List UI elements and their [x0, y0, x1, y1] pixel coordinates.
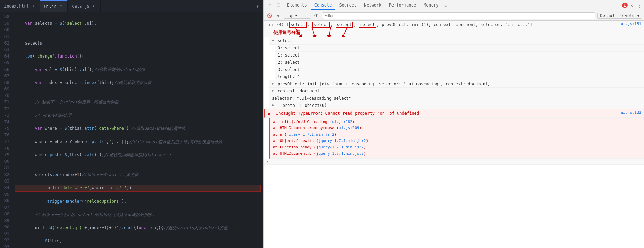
- error-stack: at init.$.fn.UiCascading (ui.js:182) at …: [269, 118, 644, 159]
- item-label-3: 3: select: [278, 67, 300, 72]
- tab-label-index: index.html: [4, 4, 29, 9]
- console-expand-bottom[interactable]: ▶: [264, 159, 644, 165]
- annotation-text: 使用逗号分隔: [273, 30, 300, 35]
- error-icon: ✕: [268, 111, 273, 116]
- clear-console-btn[interactable]: 🚫: [266, 12, 273, 19]
- mobile-icon[interactable]: ☰: [275, 2, 282, 9]
- stack-line-5: at Function.ready (jquery-1.7.1.min.js:2…: [273, 144, 368, 151]
- console-prev-object[interactable]: ▶ prevObject: init [div.form.ui-cascadin…: [269, 80, 644, 88]
- tab-data-js[interactable]: data.js ×: [68, 0, 101, 12]
- close-devtools-icon[interactable]: ✕: [628, 2, 635, 9]
- error-source[interactable]: ui.js:182: [618, 110, 641, 116]
- editor-body: 5859606162 6364656667 6869707172 7374757…: [0, 12, 263, 248]
- tab-label-ui: ui.js: [44, 4, 56, 9]
- expand-icon-proto[interactable]: ▶: [272, 103, 274, 108]
- stack-lines: at init.$.fn.UiCascading (ui.js:182) at …: [273, 119, 368, 157]
- stack-line-6: at HTMLDocument.B (jquery-1.7.1.min.js:2…: [273, 151, 368, 157]
- error-content: Uncaught TypeError: Cannot read property…: [276, 110, 615, 116]
- console-entry-select-expand[interactable]: ▶ select: [269, 37, 644, 45]
- item-label-0: 0: select: [278, 46, 300, 50]
- console-item-0: 0: select: [275, 45, 644, 52]
- prev-object-label: prevObject: init [div.form.ui-cascading,…: [278, 82, 490, 86]
- tab-memory[interactable]: Memory: [420, 1, 442, 10]
- stack-line-2: at HTMLDocument.<anonymous> (ui.js:209): [273, 125, 368, 132]
- stack-line-4: at Object.fireWith (jquery-1.7.1.min.js:…: [273, 138, 368, 145]
- editor-tab-bar: index.html × ui.js × data.js × ▾: [0, 0, 263, 12]
- select-highlight-1: select: [289, 22, 307, 28]
- annotation-label-area: 使用逗号分隔: [273, 29, 615, 36]
- close-tab-ui[interactable]: ×: [59, 4, 63, 9]
- settings-icon[interactable]: ⋮: [636, 2, 643, 9]
- tab-console[interactable]: Console: [311, 1, 335, 10]
- editor-panel: index.html × ui.js × data.js × ▾ 5859606…: [0, 0, 263, 248]
- entry-text-init: init(4) [select, select, select, select,…: [267, 22, 532, 27]
- console-output: init(4) [select, select, select, select,…: [264, 21, 644, 248]
- console-item-length: length: 4: [275, 73, 644, 80]
- stack-link-3[interactable]: jquery-1.7.1.min.js:2: [287, 132, 334, 137]
- expand-icon-context[interactable]: ▶: [272, 89, 274, 94]
- selector-label: selector: ".ui-cascading select": [272, 96, 351, 101]
- entry-source-init[interactable]: ui.js:181: [618, 22, 641, 36]
- stack-link-4[interactable]: jquery-1.7.1.min.js:2: [318, 139, 366, 143]
- entry-content-init: init(4) [select, select, select, select,…: [267, 22, 615, 36]
- context-label: top: [286, 13, 294, 18]
- select-highlight-3: select: [336, 22, 353, 28]
- console-item-1: 1: select: [275, 52, 644, 59]
- levels-dropdown[interactable]: Default levels ▾: [597, 13, 642, 19]
- levels-label: Default levels ▾: [600, 13, 640, 18]
- console-item-2: 2: select: [275, 59, 644, 66]
- code-area[interactable]: var selects = $('select',ui); selects .o…: [12, 12, 263, 248]
- line-numbers: 5859606162 6364656667 6869707172 7374757…: [0, 12, 12, 248]
- filter-input[interactable]: [322, 12, 595, 19]
- stack-line-1: at init.$.fn.UiCascading (ui.js:182): [273, 119, 368, 125]
- devtools-panel: ⬚ ☰ Elements Console Sources Network Per…: [263, 0, 644, 248]
- item-label-2: 2: select: [278, 60, 300, 65]
- expand-icon-bottom[interactable]: ▶: [267, 160, 269, 163]
- more-tabs-icon[interactable]: »: [442, 2, 449, 9]
- devtools-left-icons: ⬚ ☰: [265, 2, 283, 9]
- close-tab-data[interactable]: ×: [91, 4, 96, 9]
- close-tab-index[interactable]: ×: [31, 4, 36, 9]
- tab-ui-js[interactable]: ui.js ×: [40, 0, 68, 12]
- context-select[interactable]: top ▾: [284, 13, 311, 19]
- inspect-icon[interactable]: ⬚: [267, 2, 273, 9]
- console-entry-init: init(4) [select, select, select, select,…: [264, 21, 644, 37]
- item-label-length: length: 4: [278, 74, 300, 79]
- expand-icon-prevobj[interactable]: ▶: [272, 82, 274, 86]
- console-toolbar: 🚫 ⊘ top ▾ 👁 Default levels ▾: [264, 11, 644, 21]
- tab-elements[interactable]: Elements: [284, 1, 310, 10]
- stack-line-3: at n (jquery-1.7.1.min.js:2): [273, 132, 368, 138]
- item-label-1: 1: select: [278, 53, 300, 58]
- tab-index-html[interactable]: index.html ×: [0, 0, 40, 12]
- eye-icon[interactable]: 👁: [313, 12, 320, 19]
- stack-link-5[interactable]: jquery-1.7.1.min.js:2: [316, 145, 364, 149]
- error-badge: 1: [622, 3, 628, 8]
- console-proto[interactable]: ▶ __proto__: Object(0): [269, 102, 644, 109]
- proto-label: __proto__: Object(0): [278, 103, 327, 108]
- console-context[interactable]: ▶ context: document: [269, 88, 644, 95]
- tab-label-data: data.js: [72, 4, 89, 9]
- stack-link-2[interactable]: ui.js:209: [339, 126, 359, 130]
- tab-sources[interactable]: Sources: [336, 1, 360, 10]
- tab-performance[interactable]: Performance: [386, 1, 420, 10]
- error-message: Uncaught TypeError: Cannot read property…: [276, 111, 419, 116]
- tab-overflow[interactable]: ▾: [252, 0, 263, 12]
- select-highlight-4: select: [359, 22, 376, 28]
- select-highlight-2: select: [312, 22, 330, 28]
- devtools-toolbar: ⬚ ☰ Elements Console Sources Network Per…: [264, 0, 644, 11]
- stack-link-1[interactable]: ui.js:182: [332, 120, 352, 124]
- context-dropdown-icon: ▾: [295, 13, 297, 18]
- expand-label-select: select: [278, 38, 292, 43]
- filter-icon[interactable]: ⊘: [275, 12, 282, 19]
- console-selector: selector: ".ui-cascading select": [269, 95, 644, 102]
- console-item-3: 3: select: [275, 66, 644, 73]
- tab-network[interactable]: Network: [361, 1, 385, 10]
- console-error-entry: ✕ Uncaught TypeError: Cannot read proper…: [264, 109, 644, 118]
- expand-icon-select[interactable]: ▶: [272, 38, 274, 43]
- stack-link-6[interactable]: jquery-1.7.1.min.js:2: [316, 151, 364, 156]
- context-label-text: context: document: [278, 89, 320, 94]
